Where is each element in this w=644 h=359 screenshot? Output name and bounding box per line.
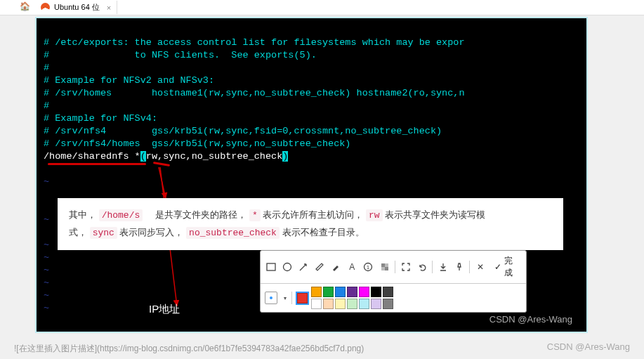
terminal-line: # /srv/nfs4/homes gss/krb5i(rw,sync,no_s… — [44, 138, 350, 149]
annot-text: 表示允许所有主机访问， — [263, 209, 363, 220]
toolbar-row-colors: ▾ — [261, 284, 526, 312]
rect-tool-icon[interactable] — [265, 260, 277, 274]
terminal-line: # to NFS clients. See exports(5). — [44, 50, 317, 60]
svg-line-4 — [300, 264, 306, 270]
terminal-line: # Example for NFSv2 and NFSv3: — [44, 75, 214, 86]
terminal-tilde: ~ — [44, 252, 49, 263]
text-tool-icon[interactable]: A — [346, 260, 358, 274]
tab-bar: 🏠 Ubuntu 64 位 × — [0, 0, 644, 15]
color-swatch[interactable] — [383, 287, 393, 297]
color-swatch[interactable] — [383, 299, 393, 309]
toolbar-row-tools: A 1 ✕ ✓ 完成 — [261, 251, 526, 284]
terminal-line: # /etc/exports: the access control list … — [44, 37, 465, 48]
done-button[interactable]: ✓ 完成 — [490, 254, 522, 280]
pin-icon[interactable] — [453, 260, 465, 274]
red-underline-path — [48, 163, 146, 165]
svg-rect-8 — [381, 263, 385, 267]
terminal-tilde: ~ — [44, 265, 49, 275]
expand-tool-icon[interactable] — [400, 260, 412, 274]
annot-code-nsc: no_subtree_check — [186, 227, 280, 239]
terminal-line: # /srv/nfs4 gss/krb5i(rw,sync,fsid=0,cro… — [44, 126, 442, 136]
svg-rect-9 — [385, 267, 388, 270]
svg-text:1: 1 — [367, 264, 370, 270]
watermark-outer: CSDN @Ares-Wang — [547, 341, 630, 352]
terminal-tilde: ~ — [44, 176, 49, 187]
color-swatch[interactable] — [297, 293, 308, 303]
color-swatch[interactable] — [347, 299, 357, 309]
annot-text: 表示不检查子目录。 — [282, 227, 364, 237]
tab-label: Ubuntu 64 位 — [54, 2, 100, 13]
arrow-tool-icon[interactable] — [297, 260, 309, 274]
stroke-size-selector[interactable] — [265, 292, 277, 304]
terminal-line: # Example for NFSv4: — [44, 113, 157, 124]
pen-tool-icon[interactable] — [313, 260, 325, 274]
screenshot-toolbar: A 1 ✕ ✓ 完成 ▾ — [260, 250, 527, 313]
terminal-tilde: ~ — [44, 278, 49, 288]
home-tab-icon[interactable]: 🏠 — [20, 1, 29, 11]
annot-text: 表示共享文件夹为读写模 — [385, 209, 485, 220]
color-swatch[interactable] — [311, 299, 322, 309]
chevron-down-icon[interactable]: ▾ — [284, 295, 287, 301]
color-swatch[interactable] — [335, 299, 346, 309]
terminal-tilde: ~ — [44, 214, 49, 225]
markdown-caption: ![在这里插入图片描述](https://img-blog.csdnimg.cn… — [14, 343, 364, 355]
color-swatch[interactable] — [347, 287, 357, 297]
color-swatch[interactable] — [335, 287, 346, 297]
terminal-tilde: ~ — [44, 303, 49, 313]
annot-code-star: * — [249, 209, 261, 221]
terminal-line: # /srv/homes hostname1(rw,sync,no_subtre… — [44, 88, 465, 98]
circle-tool-icon[interactable] — [281, 260, 293, 274]
undo-icon[interactable] — [416, 260, 428, 274]
close-tool-icon[interactable]: ✕ — [474, 260, 486, 274]
annot-text: 其中， — [69, 209, 96, 220]
tab-ubuntu[interactable]: Ubuntu 64 位 × — [35, 1, 117, 14]
color-swatch[interactable] — [371, 287, 381, 297]
annot-code-path: /home/s — [99, 209, 143, 221]
blur-tool-icon[interactable] — [379, 260, 390, 274]
terminal-line: # — [44, 63, 49, 73]
download-icon[interactable] — [437, 260, 449, 274]
terminal-last-line: /home/sharednfs *(rw,sync,no_subtree_che… — [44, 151, 288, 162]
annot-text: 表示同步写入， — [119, 227, 183, 237]
color-swatch[interactable] — [359, 287, 369, 297]
terminal-line: # — [44, 100, 49, 111]
terminal-tilde: ~ — [44, 290, 49, 301]
ubuntu-icon — [41, 3, 50, 12]
close-icon[interactable]: × — [107, 4, 111, 12]
marker-tool-icon[interactable] — [330, 260, 342, 274]
annotation-box: 其中， /home/s 是共享文件夹的路径， * 表示允许所有主机访问， rw … — [58, 198, 563, 250]
terminal-tilde: ~ — [44, 240, 49, 250]
svg-rect-2 — [267, 263, 275, 270]
watermark-text: CSDN @Ares-Wang — [489, 314, 572, 325]
annot-text: 是共享文件夹的路径， — [155, 209, 247, 220]
svg-point-3 — [283, 263, 291, 271]
color-swatch[interactable] — [311, 287, 322, 297]
color-swatch[interactable] — [323, 299, 334, 309]
annot-code-sync: sync — [90, 227, 117, 239]
ip-address-label: IP地址 — [149, 303, 180, 316]
color-swatch[interactable] — [371, 299, 381, 309]
number-tool-icon[interactable]: 1 — [362, 260, 374, 274]
check-icon: ✓ — [494, 262, 501, 272]
annot-code-rw: rw — [366, 209, 383, 221]
done-label: 完成 — [504, 255, 518, 279]
annot-text: 式， — [69, 227, 87, 237]
color-swatch[interactable] — [359, 299, 369, 309]
color-swatch[interactable] — [323, 287, 334, 297]
